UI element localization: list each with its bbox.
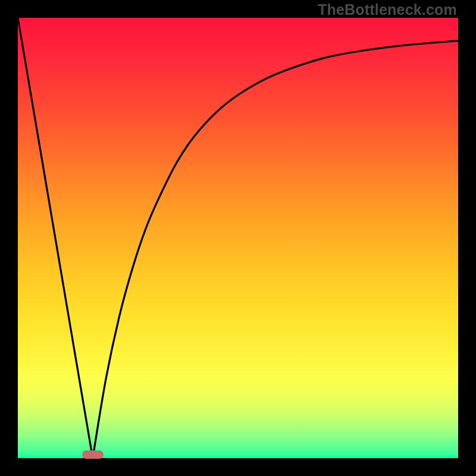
minimum-marker	[82, 450, 104, 459]
curve-left-branch	[18, 18, 93, 458]
gradient-background	[18, 18, 458, 458]
curve-right-branch	[93, 41, 458, 459]
chart-frame: TheBottleneck.com	[0, 0, 476, 476]
curve-svg	[18, 18, 458, 458]
watermark-text: TheBottleneck.com	[318, 1, 457, 18]
plot-area	[18, 18, 458, 458]
